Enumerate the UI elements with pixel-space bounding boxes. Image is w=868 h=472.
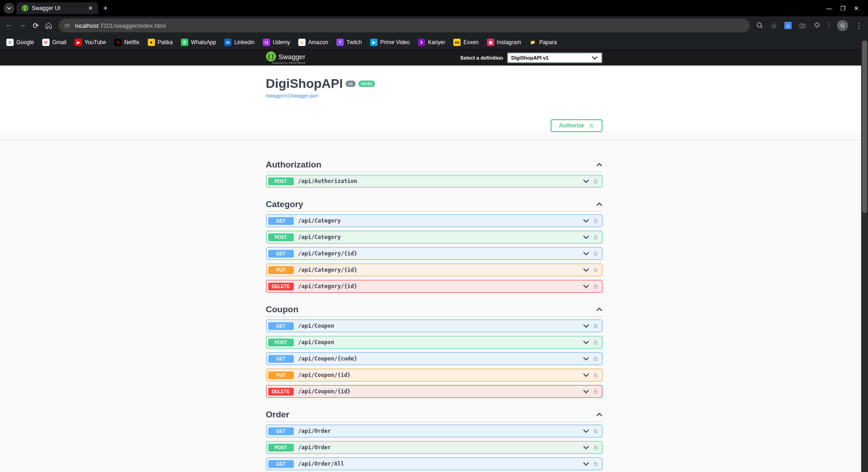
lock-icon [593,445,598,450]
bookmark-icon: ● [148,39,155,46]
bookmark-item[interactable]: NNetflix [114,39,139,46]
svg-rect-12 [594,254,597,256]
operation-row[interactable]: GET/api/Category [266,214,602,227]
browser-chrome: { } Swagger UI ✕ + — ❐ ✕ ← → ⟳ localhost… [0,0,868,50]
chevron-down-icon [583,461,589,467]
bookmark-icon: ▶ [370,39,377,46]
tag-collapse-toggle[interactable] [596,411,602,418]
kebab-menu-button[interactable]: ⋮ [855,21,863,30]
home-button[interactable] [45,22,52,29]
tab-search-button[interactable] [4,3,15,14]
bookmark-item[interactable]: 📁Papara [529,39,557,46]
operation-controls [583,444,598,451]
operation-row[interactable]: DELETE/api/Coupon/{id} [266,385,602,398]
forward-button[interactable]: → [19,21,26,30]
chevron-up-icon [596,162,602,168]
bookmark-item[interactable]: kKariyer [418,39,445,46]
operation-row[interactable]: GET/api/Coupon/{code} [266,352,602,365]
operation-row[interactable]: PUT/api/Category/{id} [266,264,602,276]
bookmark-label: Exxen [463,39,478,46]
operation-row[interactable]: POST/api/Coupon [266,336,602,349]
site-info-icon[interactable] [64,22,70,29]
bookmark-item[interactable]: ▶YouTube [75,39,106,46]
operation-path: /api/Category/{id} [298,283,357,289]
operation-row[interactable]: GET/api/Order/All [266,457,602,470]
camera-button[interactable] [799,22,806,29]
bookmark-item[interactable]: MGmail [42,39,66,46]
lock-icon [593,461,598,467]
tag-header[interactable]: Order [266,408,602,422]
chevron-down-icon [583,234,589,240]
back-button[interactable]: ← [5,21,13,30]
bookmark-item[interactable]: exExxen [453,39,478,46]
operation-row[interactable]: POST/api/Authorization [266,175,602,188]
bookmarks-bar: GGoogleMGmail▶YouTubeNNetflix●Patika✆Wha… [0,35,868,50]
url-text: localhost:7201/swagger/index.html [75,22,166,29]
lock-icon [593,372,598,378]
bookmark-icon: ◉ [487,39,494,46]
definition-dropdown[interactable]: DigiShopAPI v1 [507,52,602,63]
operation-method-badge: GET [268,460,294,468]
bookmark-label: Udemy [273,39,290,46]
bookmark-item[interactable]: GGoogle [6,39,34,46]
close-window-button[interactable]: ✕ [854,5,859,12]
bookmark-item[interactable]: ◉Instagram [487,39,521,46]
operation-row[interactable]: DELETE/api/Category/{id} [266,280,602,293]
operation-controls [583,323,598,329]
page-scrollbar[interactable] [861,41,868,472]
svg-rect-19 [594,391,597,394]
bookmark-item[interactable]: ✆WhatsApp [181,39,216,46]
new-tab-button[interactable]: + [100,3,111,14]
profile-avatar[interactable]: G [837,20,848,31]
tag-header[interactable]: Category [266,198,602,212]
operation-row[interactable]: POST/api/Order [266,441,602,454]
bookmark-star-button[interactable]: ☆ [771,21,777,30]
toolbar-divider: | [828,21,830,30]
maximize-button[interactable]: ❐ [840,5,846,12]
tag-collapse-toggle[interactable] [596,201,602,208]
version-badge: v1 [346,81,356,87]
reload-button[interactable]: ⟳ [33,21,39,30]
bookmark-item[interactable]: aAmazon [298,39,328,46]
tag-collapse-toggle[interactable] [596,162,602,168]
tag-header[interactable]: Authorization [266,158,602,172]
home-icon [45,22,52,29]
svg-rect-13 [594,270,597,272]
operation-controls [583,461,598,467]
bookmark-item[interactable]: ▶Prime Video [370,39,410,46]
operation-row[interactable]: POST/api/Category [266,231,602,244]
operation-row[interactable]: PUT/api/Coupon/{id} [266,369,602,381]
bookmark-item[interactable]: inLinkedin [224,39,255,46]
swagger-logo[interactable]: { } Swagger supported by SMARTBEAR [266,51,306,64]
browser-tab[interactable]: { } Swagger UI ✕ [16,2,98,14]
spec-link[interactable]: /swagger/v1/swagger.json [266,93,318,98]
bookmark-label: Kariyer [428,39,445,46]
operation-path: /api/Category/{id} [298,250,357,257]
lock-icon [593,340,598,345]
bookmark-item[interactable]: ●Patika [148,39,173,46]
operation-row[interactable]: GET/api/Coupon [266,320,602,332]
translate-button[interactable]: G [784,22,792,29]
bookmark-label: YouTube [85,39,106,46]
authorize-button[interactable]: Authorize [551,119,602,132]
scrollbar-thumb[interactable] [862,41,867,213]
operation-row[interactable]: GET/api/Category/{id} [266,247,602,260]
svg-rect-10 [594,221,597,223]
lock-open-icon [589,123,594,128]
bookmark-item[interactable]: UUdemy [263,39,290,46]
definition-selected-value: DigiShopAPI v1 [512,55,549,61]
extensions-button[interactable] [813,22,821,29]
close-tab-button[interactable]: ✕ [88,5,93,11]
bookmark-item[interactable]: TTwitch [336,39,362,46]
operation-row[interactable]: GET/api/Order [266,425,602,437]
bookmark-label: Twitch [346,39,362,46]
tag-section: CategoryGET/api/CategoryPOST/api/Categor… [266,191,602,293]
address-bar[interactable]: localhost:7201/swagger/index.html [59,19,750,32]
zoom-button[interactable] [756,22,763,29]
operation-method-badge: GET [268,322,294,330]
lock-icon [593,234,598,240]
toolbar-right: ☆ G | G ⋮ [756,20,863,31]
tag-collapse-toggle[interactable] [596,306,602,313]
minimize-button[interactable]: — [826,5,832,12]
tag-header[interactable]: Coupon [266,303,602,317]
